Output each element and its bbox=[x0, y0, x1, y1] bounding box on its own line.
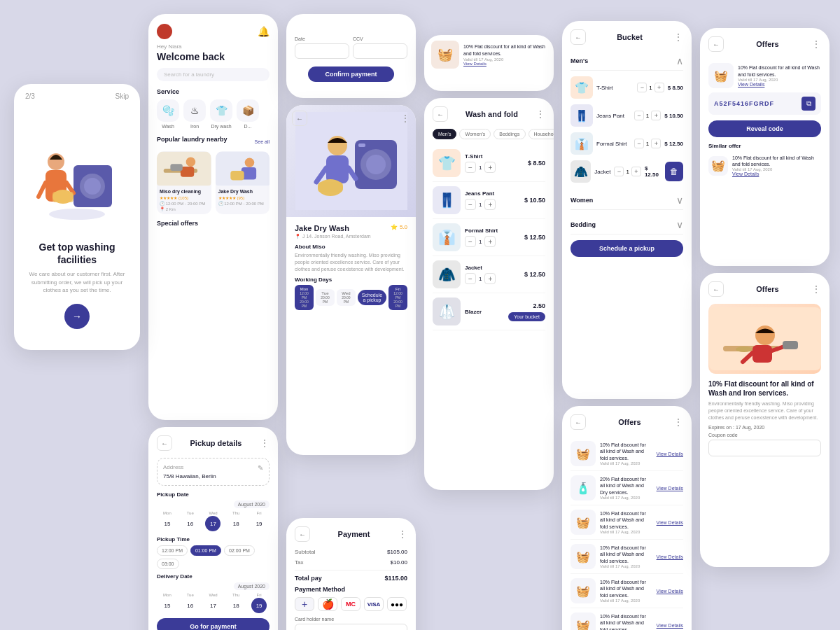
schedule-pickup-button[interactable]: Schedule a pickup bbox=[358, 290, 386, 305]
time-0100[interactable]: 01:00 PM bbox=[190, 545, 221, 556]
formal-dec-btn[interactable]: − bbox=[465, 236, 476, 247]
wash-fold-more-icon[interactable]: ⋮ bbox=[536, 108, 545, 120]
pickup-back-button[interactable]: ← bbox=[157, 435, 172, 451]
other-card-icon[interactable]: ●●● bbox=[387, 597, 407, 611]
voucher-back-button[interactable]: ← bbox=[708, 36, 724, 52]
offers-detail-back-button[interactable]: ← bbox=[708, 281, 724, 297]
payment-back-button[interactable]: ← bbox=[295, 526, 310, 542]
date-thu[interactable]: Thu18 bbox=[225, 511, 246, 532]
holder-input[interactable] bbox=[295, 624, 407, 630]
notification-bell-icon[interactable]: 🔔 bbox=[257, 25, 270, 38]
time-0200[interactable]: 02:00 PM bbox=[224, 545, 255, 556]
bedding-expand-icon[interactable]: ∨ bbox=[676, 219, 683, 230]
bucket-more-icon[interactable]: ⋮ bbox=[673, 31, 683, 43]
bucket-screen: ← Bucket ⋮ Men's ∧ 👕 T-Shirt − 1 + bbox=[562, 21, 692, 399]
offers-detail-more-icon[interactable]: ⋮ bbox=[811, 284, 821, 295]
tshirt-inc-btn[interactable]: + bbox=[484, 162, 496, 173]
skip-button[interactable]: Skip bbox=[115, 92, 129, 100]
bucket-jacket-inc[interactable]: + bbox=[631, 167, 641, 176]
time-0300[interactable]: 03:00 bbox=[157, 559, 179, 569]
tshirt-dec-btn[interactable]: − bbox=[465, 162, 476, 173]
go-payment-button[interactable]: Go for payment bbox=[157, 618, 270, 630]
mastercard-icon[interactable]: MC bbox=[341, 597, 360, 611]
jacket-inc-btn[interactable]: + bbox=[484, 273, 496, 284]
blazer-bucket-button[interactable]: Your bucket bbox=[508, 312, 545, 321]
formal-inc-btn[interactable]: + bbox=[484, 236, 496, 247]
jacket-dec-btn[interactable]: − bbox=[465, 273, 476, 284]
jake-card[interactable]: Jake Dry Wash ★★★★★ (95) 🕐 12:00 PM - 20… bbox=[216, 151, 270, 214]
offer-1-link[interactable]: View Details bbox=[657, 451, 683, 456]
offer-4-link[interactable]: View Details bbox=[657, 554, 683, 559]
apple-pay-icon[interactable]: 🍎 bbox=[318, 597, 337, 611]
offer-3-link[interactable]: View Details bbox=[657, 520, 683, 525]
bucket-jeans-dec[interactable]: − bbox=[634, 111, 644, 120]
schedule-pickup-button[interactable]: Schedule a pickup bbox=[570, 240, 683, 257]
del-date-mon[interactable]: Mon15 bbox=[157, 593, 178, 614]
visa-icon[interactable]: VISA bbox=[364, 597, 384, 611]
time-1200[interactable]: 12:00 PM bbox=[157, 545, 188, 556]
bucket-back-button[interactable]: ← bbox=[570, 29, 586, 45]
date-input[interactable] bbox=[295, 43, 349, 59]
miso-card[interactable]: Miso dry cleaning ★★★★★ (105) 🕐 12:00 PM… bbox=[157, 151, 211, 214]
filter-mens[interactable]: Men's bbox=[433, 129, 456, 139]
date-wed[interactable]: Wed17 bbox=[203, 511, 224, 532]
offers-more-icon[interactable]: ⋮ bbox=[673, 416, 683, 428]
date-mon[interactable]: Mon15 bbox=[157, 511, 178, 532]
edit-address-icon[interactable]: ✎ bbox=[258, 464, 263, 472]
jeans-inc-btn[interactable]: + bbox=[484, 199, 496, 210]
add-payment-method[interactable]: + bbox=[295, 597, 314, 611]
offers-back-button[interactable]: ← bbox=[570, 414, 586, 430]
del-date-thu[interactable]: Thu18 bbox=[225, 593, 246, 614]
bucket-tshirt-dec[interactable]: − bbox=[637, 83, 647, 92]
see-all-link[interactable]: See all bbox=[255, 139, 270, 144]
shop-more-icon[interactable]: ⋮ bbox=[400, 113, 410, 124]
service-iron[interactable]: ♨ Iron bbox=[183, 99, 206, 129]
bucket-jeans-inc[interactable]: + bbox=[651, 111, 661, 120]
reveal-code-button[interactable]: Reveal code bbox=[708, 120, 821, 137]
offer-5-link[interactable]: View Details bbox=[657, 589, 683, 594]
service-drywash[interactable]: 👕 Dry wash bbox=[210, 99, 232, 129]
offer-2-link[interactable]: View Details bbox=[657, 486, 683, 491]
del-date-tue[interactable]: Tue16 bbox=[180, 593, 201, 614]
offer-banner-link[interactable]: View Details bbox=[463, 62, 547, 66]
bucket-jacket-dec[interactable]: − bbox=[614, 167, 624, 176]
ccv-input[interactable] bbox=[353, 43, 407, 59]
bucket-formal-inc[interactable]: + bbox=[651, 139, 661, 148]
service-wash[interactable]: 🫧 Wash bbox=[157, 99, 179, 129]
delete-jacket-button[interactable]: 🗑 bbox=[665, 162, 683, 181]
voucher-offer-link[interactable]: View Details bbox=[738, 82, 821, 87]
date-fri[interactable]: Fri19 bbox=[248, 511, 270, 532]
offer-5-text: 10% Flat discount for all kind of Wash a… bbox=[600, 579, 652, 598]
tshirt-icon: 👕 bbox=[433, 149, 461, 177]
onboarding-next-button[interactable] bbox=[64, 304, 90, 329]
filter-household[interactable]: Household bbox=[528, 129, 554, 139]
filter-beddings[interactable]: Beddings bbox=[493, 129, 525, 139]
about-description: Environmentally friendly washing. Miso p… bbox=[295, 252, 407, 272]
mens-collapse-icon[interactable]: ∧ bbox=[676, 55, 683, 66]
wash-fold-back-button[interactable]: ← bbox=[433, 106, 448, 122]
confirm-payment-button[interactable]: Confirm payment bbox=[308, 66, 393, 82]
coupon-input[interactable] bbox=[708, 440, 821, 456]
delivery-month-selector[interactable]: August 2020 bbox=[157, 582, 270, 590]
jeans-dec-btn[interactable]: − bbox=[465, 199, 476, 210]
offer-2: 🧴 20% Flat discount for all kind of Wash… bbox=[570, 471, 683, 505]
shop-back-button[interactable]: ← bbox=[292, 111, 307, 126]
similar-offer-link[interactable]: View Details bbox=[732, 172, 821, 176]
copy-code-button[interactable]: ⧉ bbox=[802, 97, 816, 111]
date-tue[interactable]: Tue16 bbox=[180, 511, 201, 532]
offer-4: 🧺 10% Flat discount for all kind of Wash… bbox=[570, 540, 683, 574]
women-expand-icon[interactable]: ∨ bbox=[676, 195, 683, 206]
payment-more-icon[interactable]: ⋮ bbox=[398, 528, 407, 540]
bucket-formal-dec[interactable]: − bbox=[634, 139, 644, 148]
del-date-fri[interactable]: Fri19 bbox=[248, 593, 270, 614]
del-date-wed[interactable]: Wed17 bbox=[203, 593, 224, 614]
voucher-more-icon[interactable]: ⋮ bbox=[811, 38, 821, 50]
offer-6-link[interactable]: View Details bbox=[657, 623, 683, 628]
search-bar[interactable]: Search for a laundry bbox=[157, 68, 270, 81]
month-selector[interactable]: August 2020 bbox=[157, 500, 270, 508]
bucket-tshirt-inc[interactable]: + bbox=[654, 83, 664, 92]
bucket-jacket: 🧥 Jacket − 1 + $ 12.50 🗑 bbox=[570, 158, 683, 186]
service-more[interactable]: 📦 D... bbox=[237, 99, 259, 129]
filter-womens[interactable]: Women's bbox=[459, 129, 491, 139]
pickup-more-icon[interactable]: ⋮ bbox=[260, 438, 270, 449]
